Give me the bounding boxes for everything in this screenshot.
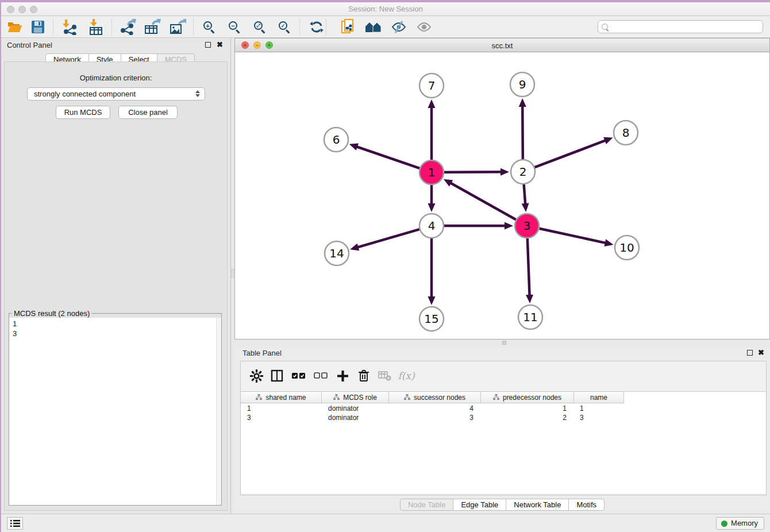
table-cell[interactable]: 1 — [574, 404, 624, 413]
toolbar-separator — [193, 19, 194, 35]
table-cell[interactable]: 3 — [389, 413, 481, 422]
result-scrollbar[interactable] — [216, 318, 221, 505]
close-panel-button[interactable]: Close panel — [118, 106, 178, 119]
graph-node-3[interactable]: 3 — [515, 214, 539, 238]
import-network-button[interactable] — [59, 17, 80, 37]
graph-node-10[interactable]: 10 — [615, 236, 639, 260]
attribute-type-icon — [333, 394, 340, 400]
hide-selected-button[interactable] — [388, 17, 409, 37]
graph-node-9[interactable]: 9 — [510, 72, 534, 97]
graph-node-14[interactable]: 14 — [325, 241, 349, 265]
import-table-button[interactable] — [86, 17, 106, 37]
close-panel-icon[interactable]: ✖ — [217, 40, 223, 49]
table-cell[interactable]: 2 — [481, 413, 574, 422]
search-input[interactable] — [608, 22, 763, 31]
table-float-icon[interactable] — [747, 350, 753, 356]
column-header-shared-name[interactable]: shared name — [241, 392, 322, 403]
search-field[interactable] — [598, 20, 763, 33]
graph-edge-1-2[interactable] — [444, 172, 502, 172]
column-header-predecessor-nodes[interactable]: predecessor nodes — [481, 392, 574, 403]
edge-arrowhead-icon — [428, 296, 436, 305]
refresh-view-button[interactable] — [306, 17, 327, 37]
table-settings-button[interactable] — [248, 367, 265, 384]
function-builder-button[interactable]: f(x) — [395, 367, 418, 384]
table-cell[interactable]: 1 — [481, 404, 574, 413]
graph-edge-2-9[interactable] — [522, 106, 523, 159]
run-mcds-button[interactable]: Run MCDS — [56, 106, 110, 119]
attribute-type-icon — [493, 394, 499, 400]
save-icon — [31, 20, 45, 34]
table-cell[interactable]: 1 — [241, 404, 322, 413]
delete-table-button[interactable] — [376, 367, 394, 384]
graph-edge-3-10[interactable] — [539, 229, 606, 243]
memory-button[interactable]: Memory — [716, 517, 764, 530]
graph-edge-2-3[interactable] — [524, 184, 526, 205]
zoom-fit-button[interactable]: ⤢ — [249, 17, 270, 37]
table-cell[interactable]: dominator — [322, 404, 389, 413]
column-panel-button[interactable] — [268, 367, 286, 384]
table-row[interactable]: 3dominator323 — [241, 413, 624, 422]
graph-node-2[interactable]: 2 — [511, 160, 535, 184]
delete-column-button[interactable] — [355, 367, 372, 384]
graph-edge-1-6[interactable] — [356, 147, 419, 168]
zoom-out-button[interactable]: − — [224, 17, 245, 37]
memory-status-icon — [721, 521, 727, 527]
table-row[interactable]: 1dominator411 — [241, 404, 624, 413]
mcds-result-text: 1 3 — [13, 319, 17, 338]
export-network-button[interactable] — [117, 17, 138, 37]
export-table-icon — [144, 19, 161, 35]
list-icon — [10, 519, 20, 527]
toolbar-separator — [326, 19, 326, 35]
column-header-name[interactable]: name — [574, 392, 624, 403]
graph-node-1[interactable]: 1 — [419, 160, 444, 184]
resize-grip-icon[interactable] — [502, 341, 506, 345]
tab-node-table[interactable]: Node Table — [400, 499, 454, 511]
zoom-selected-button[interactable]: ✓ — [274, 17, 295, 37]
graph-node-8[interactable]: 8 — [614, 121, 638, 145]
graph-edge-4-14[interactable] — [357, 229, 419, 248]
toolbar-separator — [53, 19, 53, 35]
first-neighbors-button[interactable] — [363, 17, 384, 37]
column-header-mcds-role[interactable]: MCDS role — [322, 392, 389, 403]
export-table-button[interactable] — [142, 17, 163, 37]
table-cell[interactable]: 4 — [389, 404, 481, 413]
select-all-columns-button[interactable] — [290, 367, 307, 384]
table-rows: 1dominator4113dominator323 — [241, 404, 624, 422]
table-cell[interactable]: 3 — [241, 413, 322, 422]
open-session-button[interactable] — [5, 17, 25, 37]
tab-network-table[interactable]: Network Table — [506, 499, 569, 511]
mcds-result-area[interactable]: 1 3 — [9, 318, 221, 505]
graph-node-15[interactable]: 15 — [419, 307, 444, 331]
optimization-criterion-select[interactable]: strongly connected component — [27, 87, 205, 101]
float-panel-icon[interactable] — [205, 42, 211, 48]
export-image-button[interactable] — [167, 17, 188, 37]
graph-edge-3-1[interactable] — [450, 183, 516, 219]
network-canvas[interactable]: 7968124314101511 — [234, 52, 770, 340]
task-history-button[interactable] — [7, 517, 23, 530]
graph-node-11[interactable]: 11 — [518, 305, 542, 329]
graph-edge-3-11[interactable] — [528, 238, 530, 296]
graph-node-4[interactable]: 4 — [419, 214, 444, 238]
graph-node-6[interactable]: 6 — [324, 128, 348, 152]
network-window-titlebar[interactable]: × − + scc.txt — [234, 38, 770, 52]
zoom-in-button[interactable]: + — [199, 17, 220, 37]
table-tabs: Node Table Edge Table Network Table Moti… — [234, 499, 770, 511]
graph-node-7[interactable]: 7 — [419, 74, 444, 98]
save-session-button[interactable] — [28, 17, 48, 37]
show-all-button[interactable] — [414, 17, 434, 37]
add-column-button[interactable] — [334, 367, 351, 384]
network-window: × − + scc.txt 7968124314101511 — [234, 38, 770, 346]
edge-arrowhead-icon — [350, 244, 359, 250]
unselect-all-columns-button[interactable] — [312, 367, 329, 384]
graph-edge-2-8[interactable] — [535, 140, 606, 167]
table-cell[interactable]: dominator — [322, 413, 389, 422]
new-network-from-selection-button[interactable] — [338, 17, 359, 37]
table-close-icon[interactable]: ✖ — [758, 348, 764, 357]
table-panel: Table Panel ✖ — [234, 346, 770, 514]
svg-text:15: 15 — [424, 312, 438, 326]
table-cell[interactable]: 3 — [574, 413, 624, 422]
open-folder-icon — [7, 20, 23, 34]
tab-edge-table[interactable]: Edge Table — [453, 499, 506, 511]
column-header-successor-nodes[interactable]: successor nodes — [389, 392, 481, 403]
tab-motifs[interactable]: Motifs — [568, 499, 605, 511]
